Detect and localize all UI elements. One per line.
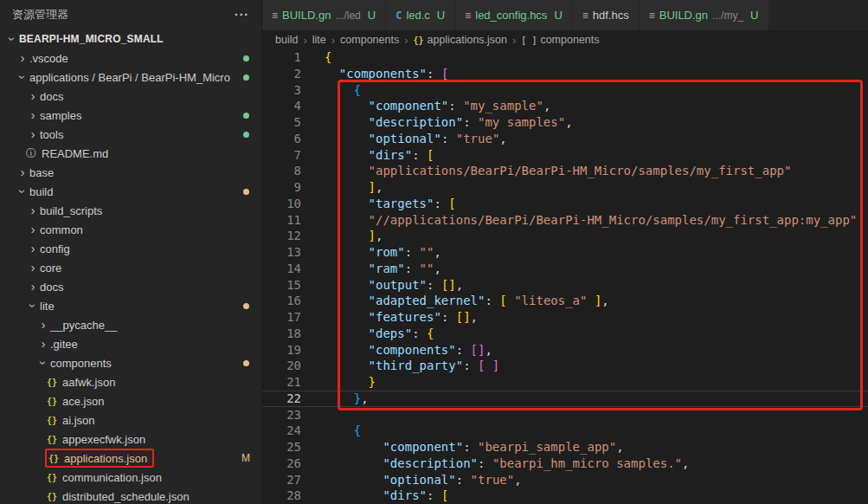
tree-item-ai-json[interactable]: {}ai.json bbox=[0, 410, 261, 430]
tab-led-c[interactable]: Cled.cU bbox=[386, 0, 455, 30]
code-line-1[interactable]: 1{ bbox=[262, 49, 868, 66]
code-line-25[interactable]: 25 "component": "bearpi_sample_app", bbox=[262, 439, 868, 456]
line-number: 24 bbox=[262, 423, 301, 439]
tree-item-communication-json[interactable]: {}communication.json bbox=[0, 468, 261, 487]
code-line-6[interactable]: 6 "optional": "true", bbox=[262, 131, 868, 147]
code-line-2[interactable]: 2 "components": [ bbox=[262, 66, 868, 82]
annotation-box-sidebar: {}applications.json bbox=[45, 449, 154, 468]
code-line-27[interactable]: 27 "optional": "true", bbox=[262, 472, 868, 488]
tree-item-config[interactable]: ›config bbox=[0, 239, 261, 258]
code-line-12[interactable]: 12 ], bbox=[262, 228, 868, 244]
code-line-22[interactable]: 22 }, bbox=[262, 391, 868, 407]
line-text: }, bbox=[325, 391, 369, 407]
tree-item-components[interactable]: ›components bbox=[0, 353, 261, 372]
code-line-28[interactable]: 28 "dirs": [ bbox=[262, 488, 868, 504]
code-line-23[interactable]: 23 bbox=[262, 407, 868, 423]
line-text: "applications/BearPi/BearPi-HM_Micro/sam… bbox=[325, 163, 791, 179]
code-line-11[interactable]: 11 "//applications/BearPi/BearPi-HM_Micr… bbox=[262, 212, 868, 229]
code-line-18[interactable]: 18 "deps": { bbox=[262, 326, 868, 342]
chevron-right-icon: › bbox=[26, 128, 40, 140]
code-line-19[interactable]: 19 "components": [], bbox=[262, 342, 868, 359]
tree-item-bearpi-hm-micro-small[interactable]: ›BEARPI-HM_MICRO_SMALL bbox=[0, 29, 261, 48]
code-editor[interactable]: 1{2 "components": [3 {4 "component": "my… bbox=[262, 49, 868, 504]
chevron-right-icon: › bbox=[404, 34, 408, 47]
code-line-15[interactable]: 15 "output": [], bbox=[262, 277, 868, 294]
code-line-3[interactable]: 3 { bbox=[262, 82, 868, 99]
line-text: "//applications/BearPi/BearPi-HM_Micro/s… bbox=[325, 212, 857, 229]
code-line-4[interactable]: 4 "component": "my_sample", bbox=[262, 98, 868, 114]
line-number: 14 bbox=[262, 261, 301, 277]
code-line-7[interactable]: 7 "dirs": [ bbox=[262, 147, 868, 164]
code-line-24[interactable]: 24 { bbox=[262, 423, 868, 439]
line-number: 17 bbox=[262, 309, 301, 326]
line-text: "adapted_kernel": [ "liteos_a" ], bbox=[325, 293, 609, 309]
tree-item-distributed-schedule-json[interactable]: {}distributed_schedule.json bbox=[0, 487, 261, 504]
tree-item-label: __pycache__ bbox=[50, 319, 117, 332]
code-line-21[interactable]: 21 } bbox=[262, 374, 868, 391]
tree-item-build-scripts[interactable]: ›build_scripts bbox=[0, 201, 261, 220]
tree-item-build[interactable]: ›build bbox=[0, 182, 261, 201]
line-number: 5 bbox=[262, 114, 301, 131]
tree-item-base[interactable]: ›base bbox=[0, 163, 261, 182]
code-line-20[interactable]: 20 "third_party": [ ] bbox=[262, 358, 868, 374]
breadcrumb-components-2[interactable]: components bbox=[340, 34, 399, 46]
tree-item-label: distributed_schedule.json bbox=[62, 490, 190, 503]
tree-item-common[interactable]: ›common bbox=[0, 220, 261, 239]
breadcrumb-build-0[interactable]: build bbox=[275, 34, 298, 46]
code-line-13[interactable]: 13 "rom": "", bbox=[262, 244, 868, 261]
tree-item-docs[interactable]: ›docs bbox=[0, 87, 261, 106]
more-actions-icon[interactable]: ··· bbox=[235, 8, 249, 22]
breadcrumb-applications-json-3[interactable]: {}applications.json bbox=[414, 34, 507, 46]
tree-item-gitee[interactable]: ›.gitee bbox=[0, 334, 261, 353]
code-line-10[interactable]: 10 "targets": [ bbox=[262, 196, 868, 212]
line-text: { bbox=[325, 423, 361, 439]
chevron-right-icon: › bbox=[26, 281, 40, 293]
line-number: 19 bbox=[262, 342, 301, 359]
tree-item-ace-json[interactable]: {}ace.json bbox=[0, 391, 261, 410]
tree-item-aafwk-json[interactable]: {}aafwk.json bbox=[0, 372, 261, 391]
code-line-9[interactable]: 9 ], bbox=[262, 179, 868, 196]
line-text: "components": [ bbox=[325, 66, 448, 82]
tab-hdf-hcs[interactable]: ≡hdf.hcs bbox=[573, 0, 640, 30]
code-line-14[interactable]: 14 "ram": "", bbox=[262, 261, 868, 277]
breadcrumb-lite-1[interactable]: lite bbox=[312, 34, 326, 46]
tree-item-samples[interactable]: ›samples bbox=[0, 106, 261, 125]
tree-item-docs[interactable]: ›docs bbox=[0, 277, 261, 296]
tree-item-pycache[interactable]: ›__pycache__ bbox=[0, 315, 261, 334]
code-line-26[interactable]: 26 "description": "bearpi_hm_micro sampl… bbox=[262, 456, 868, 472]
tree-item-label: ace.json bbox=[62, 395, 104, 408]
code-line-17[interactable]: 17 "features": [], bbox=[262, 309, 868, 326]
line-number: 3 bbox=[262, 82, 301, 99]
json-file-icon: {} bbox=[47, 397, 62, 406]
tree-item-core[interactable]: ›core bbox=[0, 258, 261, 277]
code-line-8[interactable]: 8 "applications/BearPi/BearPi-HM_Micro/s… bbox=[262, 163, 868, 179]
tree-item-appexecfwk-json[interactable]: {}appexecfwk.json bbox=[0, 430, 261, 449]
git-change-dot bbox=[243, 360, 249, 366]
code-line-5[interactable]: 5 "description": "my samples", bbox=[262, 114, 868, 131]
line-text: "third_party": [ ] bbox=[325, 358, 499, 374]
chevron-right-icon: › bbox=[16, 166, 29, 178]
line-text: "optional": "true", bbox=[325, 131, 507, 147]
tree-item-applications-bearpi-bearpi-hm-micro[interactable]: ›applications / BearPi / BearPi-HM_Micro bbox=[0, 68, 261, 87]
sidebar-header: 资源管理器 ··· bbox=[0, 0, 261, 29]
tree-item-vscode[interactable]: ›.vscode bbox=[0, 48, 261, 68]
line-number: 11 bbox=[262, 212, 301, 229]
tree-item-readme-md[interactable]: ⓘREADME.md bbox=[0, 144, 261, 163]
tab-label: led_config.hcs bbox=[475, 9, 547, 22]
breadcrumb-components-4[interactable]: [ ]components bbox=[521, 34, 599, 46]
tab-led-config-hcs[interactable]: ≡led_config.hcsU bbox=[455, 0, 573, 30]
tree-item-label: base bbox=[29, 166, 54, 179]
chevron-down-icon: › bbox=[6, 32, 18, 46]
tree-item-applications-json[interactable]: {}applications.jsonM bbox=[0, 449, 261, 468]
tree-item-tools[interactable]: ›tools bbox=[0, 125, 261, 144]
line-number: 2 bbox=[262, 66, 301, 82]
tree-item-lite[interactable]: ›lite bbox=[0, 296, 261, 315]
line-text: "output": [], bbox=[325, 277, 463, 294]
code-line-16[interactable]: 16 "adapted_kernel": [ "liteos_a" ], bbox=[262, 293, 868, 309]
tab-build-gn-my[interactable]: ≡BUILD.gn.../my_U bbox=[640, 0, 769, 30]
line-number: 18 bbox=[262, 326, 301, 342]
tab-build-gn-led[interactable]: ≡BUILD.gn.../ledU bbox=[262, 0, 386, 30]
tree-item-label: build_scripts bbox=[40, 204, 102, 217]
array-symbol-icon: [ ] bbox=[521, 36, 537, 45]
line-number: 9 bbox=[262, 179, 301, 196]
